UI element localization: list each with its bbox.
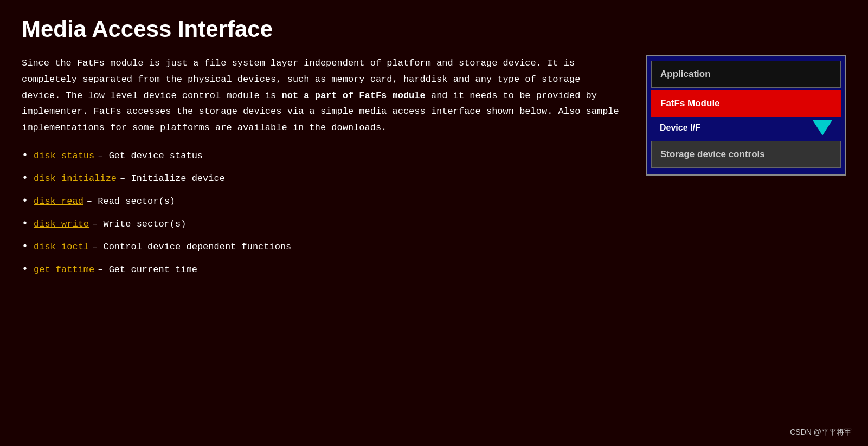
disk-initialize-link[interactable]: disk_initialize bbox=[34, 171, 117, 186]
fatfs-box: FatFs Module bbox=[651, 90, 841, 117]
page-title: Media Access Interface bbox=[22, 16, 846, 42]
main-text-area: Since the FatFs module is just a file sy… bbox=[22, 55, 624, 283]
bullet-list: disk_status – Get device status disk_ini… bbox=[22, 147, 624, 278]
application-box: Application bbox=[651, 61, 841, 88]
disk-write-desc: – Write sector(s) bbox=[92, 217, 186, 231]
storage-label: Storage device controls bbox=[660, 149, 765, 159]
disk-ioctl-link[interactable]: disk_ioctl bbox=[34, 240, 89, 254]
disk-read-link[interactable]: disk_read bbox=[34, 194, 83, 209]
arrow-down-icon bbox=[813, 120, 832, 135]
disk-ioctl-desc: – Control device dependent functions bbox=[92, 240, 291, 254]
storage-box: Storage device controls bbox=[651, 141, 841, 168]
list-item: disk_status – Get device status bbox=[22, 147, 624, 164]
list-item: disk_read – Read sector(s) bbox=[22, 192, 624, 210]
disk-read-desc: – Read sector(s) bbox=[87, 194, 175, 209]
architecture-diagram: Application FatFs Module Device I/F Stor… bbox=[646, 55, 846, 176]
list-item: disk_write – Write sector(s) bbox=[22, 215, 624, 232]
application-label: Application bbox=[660, 69, 711, 79]
content-wrapper: Since the FatFs module is just a file sy… bbox=[22, 55, 846, 283]
list-item: get_fattime – Get current time bbox=[22, 261, 624, 278]
disk-write-link[interactable]: disk_write bbox=[34, 217, 89, 231]
list-item: disk_initialize – Initialize device bbox=[22, 170, 624, 187]
body-paragraph: Since the FatFs module is just a file sy… bbox=[22, 55, 624, 136]
list-item: disk_ioctl – Control device dependent fu… bbox=[22, 238, 624, 255]
get-fattime-desc: – Get current time bbox=[98, 262, 197, 277]
watermark: CSDN @平平将军 bbox=[790, 428, 852, 437]
get-fattime-link[interactable]: get_fattime bbox=[34, 262, 94, 277]
disk-status-link[interactable]: disk_status bbox=[34, 148, 94, 163]
disk-initialize-desc: – Initialize device bbox=[120, 171, 225, 186]
bold-phrase: not a part of FatFs module bbox=[281, 91, 425, 101]
disk-status-desc: – Get device status bbox=[98, 148, 203, 163]
fatfs-label: FatFs Module bbox=[660, 98, 720, 108]
deviceif-label: Device I/F bbox=[660, 123, 807, 133]
deviceif-row: Device I/F bbox=[651, 117, 841, 139]
